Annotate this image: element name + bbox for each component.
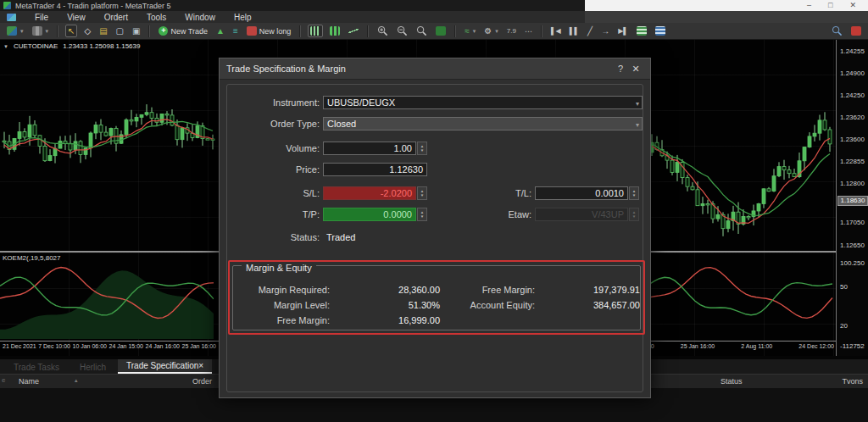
bar-chart-icon xyxy=(310,26,320,36)
doc-search-button[interactable]: ▣ xyxy=(131,25,142,36)
sl-stepper[interactable]: ▲▼ xyxy=(417,186,427,200)
chart-left-lower[interactable] xyxy=(0,256,214,339)
tl-label: T/L: xyxy=(438,188,531,198)
price-axis[interactable]: 1.24255 1.24900 1.24250 1.23620 1.23600 … xyxy=(836,40,868,356)
settings-button[interactable]: ⚙▾ xyxy=(482,25,499,36)
grid-blue-button[interactable] xyxy=(654,25,667,36)
list-icon: ≡ xyxy=(233,26,238,36)
list-button[interactable]: ≡ xyxy=(231,25,240,36)
menu-item-view[interactable]: View xyxy=(67,13,86,22)
tab-trade-specification[interactable]: Trade Specification× xyxy=(118,359,212,374)
trendline-icon: ╱ xyxy=(587,26,593,36)
sl-input[interactable]: -2.0200 xyxy=(323,186,416,200)
toolbar: ▾ ▾ ↖ ◇ ▤ ▢ ▣ +New Trade ▲ ≡ New long ≈▾… xyxy=(0,23,868,40)
document-icon: ▢ xyxy=(116,26,124,36)
time-tick: 24 Jan 16:00 xyxy=(145,343,179,349)
new-trade-button[interactable]: +New Trade xyxy=(157,25,209,36)
tl-input[interactable]: 0.0010 xyxy=(535,186,628,200)
new-long-button[interactable]: New long xyxy=(245,25,293,36)
profiles-icon xyxy=(32,26,42,36)
volume-stepper[interactable]: ▲▼ xyxy=(417,142,427,155)
sort-asc-icon[interactable]: ▴ xyxy=(75,377,78,384)
minimize-button[interactable]: – xyxy=(807,2,811,9)
toolbar-separator xyxy=(148,25,150,37)
tp-stepper[interactable]: ▲▼ xyxy=(417,208,427,221)
dialog-title: Trade Specification & Margin xyxy=(226,64,346,74)
tab-trade-tasks[interactable]: Trade Tasks xyxy=(5,361,68,374)
open-folder-button[interactable]: ▤ xyxy=(97,25,108,36)
margin-required-label: Margin Required: xyxy=(242,285,330,295)
instrument-label: Instrument: xyxy=(226,97,320,108)
column-order[interactable]: Order xyxy=(170,377,212,386)
menu-item-order[interactable]: Ordert xyxy=(104,13,128,22)
panel-handle[interactable]: e xyxy=(2,376,5,384)
metatrader-window: MetaTrader 4 - Tradin platform - MetaTra… xyxy=(0,0,868,422)
menu-item-window[interactable]: Window xyxy=(185,13,215,22)
price-tick: 1.24255 xyxy=(840,47,865,55)
volume-input[interactable]: 1.00 xyxy=(323,142,416,155)
search-button[interactable] xyxy=(830,25,844,37)
arrow-button[interactable]: → xyxy=(599,25,611,36)
more-button[interactable]: ⋯ xyxy=(523,26,534,36)
line-chart-button[interactable] xyxy=(347,25,360,36)
cursor-button[interactable]: ↖ xyxy=(65,25,77,37)
order-type-select[interactable]: Closed ▾ xyxy=(323,117,643,130)
toolbar-separator xyxy=(367,25,369,37)
candle-chart-button[interactable] xyxy=(328,25,342,36)
margin-equity-highlight: Margin & Equity Margin Required: 28,360.… xyxy=(228,260,645,335)
gear-icon: ⚙ xyxy=(484,26,492,36)
column-nom[interactable]: Tvons xyxy=(814,377,863,386)
auto-scroll-button[interactable] xyxy=(434,25,448,36)
zoom-out-button[interactable] xyxy=(395,25,409,37)
grid-green-button[interactable] xyxy=(635,25,648,36)
menu-item-file[interactable]: File xyxy=(35,13,48,22)
document-search-icon: ▣ xyxy=(132,26,140,36)
notifications-button[interactable] xyxy=(849,25,863,36)
new-doc-button[interactable]: ▢ xyxy=(114,25,125,36)
chart-right-upper[interactable] xyxy=(649,47,834,247)
periods-button[interactable]: 7.9 xyxy=(505,26,518,36)
zoom-search-button[interactable] xyxy=(415,25,429,37)
price-label: Price: xyxy=(226,164,320,175)
chart-left-upper[interactable] xyxy=(2,49,215,246)
alert-button[interactable]: ▲ xyxy=(214,25,226,36)
time-axis-left[interactable]: 21 Dec 2021 7 Dec 10:00 10 Jan 06:00 24 … xyxy=(3,343,216,349)
close-button[interactable]: ✕ xyxy=(849,2,856,9)
dialog-close-button[interactable]: ✕ xyxy=(628,62,643,75)
skip-end-button[interactable]: ▶▌ xyxy=(616,25,630,36)
help-button[interactable]: ? xyxy=(613,62,628,75)
crosshair-button[interactable]: ◇ xyxy=(82,25,92,36)
maximize-button[interactable]: □ xyxy=(828,2,832,9)
toolbar-separator xyxy=(299,25,301,37)
tp-input[interactable]: 0.0000 xyxy=(323,208,416,221)
periods-label: 7.9 xyxy=(507,27,516,35)
folder-icon: ▤ xyxy=(99,26,107,36)
price-input[interactable]: 1.12630 xyxy=(323,163,427,176)
bar-chart-button[interactable] xyxy=(308,25,323,37)
dialog-header[interactable]: Trade Specification & Margin ? ✕ xyxy=(220,58,650,80)
pause-button[interactable]: ▌▌ xyxy=(568,25,581,36)
profiles-button[interactable]: ▾ xyxy=(31,25,51,36)
column-status[interactable]: Status xyxy=(721,377,743,386)
column-name[interactable]: Name xyxy=(19,377,39,386)
new-chart-button[interactable]: ▾ xyxy=(5,25,25,36)
time-axis-right[interactable]: 5:00 25 Jan 16:00 2 Aug 11:00 24 Dec 12:… xyxy=(643,343,834,349)
symbol-name: CUETODINAE xyxy=(14,42,58,50)
chart-right-lower[interactable] xyxy=(649,256,834,339)
arrow-right-icon: → xyxy=(601,26,609,36)
zoom-in-button[interactable] xyxy=(376,25,390,37)
indicators-button[interactable]: ≈▾ xyxy=(463,25,477,36)
volume-label: Volume: xyxy=(226,143,320,153)
tl-stepper[interactable]: ▲▼ xyxy=(629,186,639,200)
time-tick: 10 Jan 06:00 xyxy=(72,343,106,349)
trendline-button[interactable]: ╱ xyxy=(586,25,594,36)
menu-item-help[interactable]: Help xyxy=(234,13,252,22)
status-label: Status: xyxy=(226,232,320,242)
ellipsis-icon: ⋯ xyxy=(525,27,532,36)
menu-item-tools[interactable]: Tools xyxy=(147,13,166,22)
skip-start-button[interactable]: ▌◀ xyxy=(549,25,563,36)
tab-herlich[interactable]: Herlich xyxy=(71,361,114,374)
magnifier-icon xyxy=(416,25,427,36)
instrument-select[interactable]: UBUSB/DEUGX ▾ xyxy=(323,96,643,109)
price-tick: 1.12650 xyxy=(840,242,865,249)
